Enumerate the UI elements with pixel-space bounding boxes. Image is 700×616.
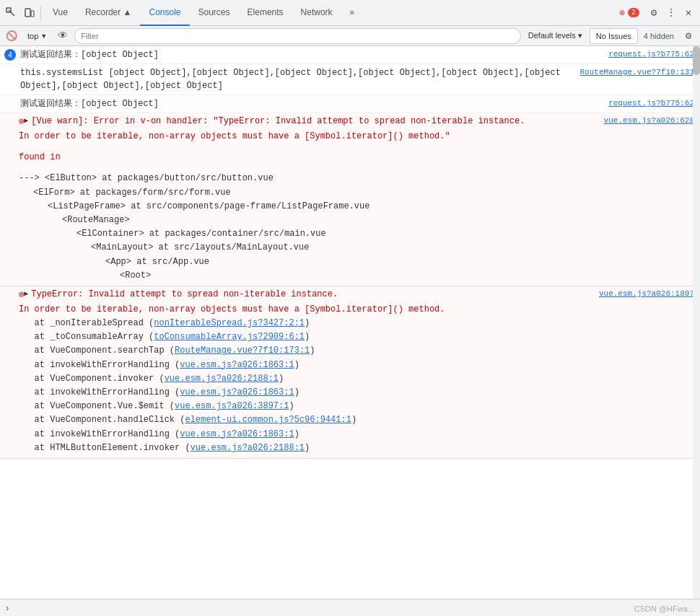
source-link-2[interactable]: RouteManage.vue?7f10:131 (580, 66, 694, 79)
log-entry-1: 4 request.js?b775:62 测试返回结果：[object Obje… (0, 46, 700, 64)
error-stack2-2: at VueComponent.searchTap (RouteManage.v… (19, 344, 694, 358)
error-body-1: In order to be iterable, non-array objec… (0, 128, 700, 286)
hidden-count-label: 4 hidden (641, 32, 677, 40)
watermark: CSDN @HFwa... (634, 604, 694, 613)
error-header-1: ⊗ ▶ [Vue warn]: Error in v-on handler: "… (0, 113, 700, 128)
tab-console[interactable]: Console (140, 0, 189, 26)
error-stack-6: <App> at src/App.vue (19, 255, 694, 269)
stack2-link-9[interactable]: vue.esm.js?a026:2188:1 (191, 443, 305, 453)
log-text-3: 测试返回结果：[object Object] (20, 99, 159, 109)
error-body-2: In order to be iterable, non-array objec… (0, 302, 700, 458)
error-source-1[interactable]: vue.esm.js?a026:628 (604, 116, 694, 125)
divider1 (40, 6, 41, 20)
tab-elements[interactable]: Elements (239, 0, 292, 26)
error-header-2: ⊗ ▶ TypeError: Invalid attempt to spread… (0, 286, 700, 302)
no-issues-btn[interactable]: No Issues (590, 28, 638, 44)
stack2-link-4[interactable]: vue.esm.js?a026:2188:1 (165, 374, 279, 384)
more-options-icon[interactable]: ⋮ (662, 4, 680, 22)
error-icon-2: ⊗ (19, 289, 24, 300)
tab-vue[interactable]: Vue (44, 0, 76, 26)
console-output: 4 request.js?b775:62 测试返回结果：[object Obje… (0, 46, 700, 599)
error-stack2-4: at VueComponent.invoker (vue.esm.js?a026… (19, 372, 694, 386)
error-circle-icon: ⊗ (619, 7, 625, 19)
error-stack2-7: at VueComponent.handleClick (element-ui.… (19, 413, 694, 427)
source-link-3[interactable]: request.js?b775:62 (608, 97, 694, 110)
eye-icon[interactable]: 👁 (54, 27, 71, 45)
log-entry-3: request.js?b775:62 测试返回结果：[object Object… (0, 95, 700, 113)
console-toolbar: 🚫 top ▼ 👁 Default levels ▾ No Issues 4 h… (0, 26, 700, 46)
error-badge-container[interactable]: ⊗ 2 (619, 7, 639, 19)
error-stack2-6: at VueComponent.Vue.$emit (vue.esm.js?a0… (19, 400, 694, 413)
stack2-link-1[interactable]: toConsumableArray.js?2909:6:1 (154, 332, 305, 342)
tab-network[interactable]: Network (292, 0, 341, 26)
stack2-link-2[interactable]: RouteManage.vue?7f10:173:1 (175, 346, 310, 356)
log-entry-2: RouteManage.vue?7f10:131 this.systemsLis… (0, 64, 700, 95)
svg-line-1 (9, 10, 14, 16)
error-spacer-1 (19, 144, 694, 151)
stack2-link-3[interactable]: vue.esm.js?a026:1863:1 (180, 360, 294, 370)
error-stack-2: <ListPageFrame> at src/components/page-f… (19, 200, 694, 214)
scrollbar-track[interactable] (693, 46, 700, 599)
svg-rect-2 (25, 9, 30, 17)
error-stack-0: ---> <ElButton> at packages/button/src/b… (19, 172, 694, 185)
repeat-count: 4 (4, 49, 16, 61)
device-icon[interactable] (20, 4, 38, 22)
error-stack-5: <MainLayout> at src/layouts/MainLayout.v… (19, 241, 694, 255)
error-stack2-5: at invokeWithErrorHandling (vue.esm.js?a… (19, 386, 694, 400)
top-level-btn[interactable]: top ▼ (23, 28, 51, 44)
error-icon-1: ⊗ (19, 116, 24, 127)
stack2-link-8[interactable]: vue.esm.js?a026:1863:1 (180, 429, 294, 439)
tab-more[interactable]: » (341, 0, 364, 26)
error-stack2-1: at _toConsumableArray (toConsumableArray… (19, 330, 694, 344)
close-icon[interactable]: ✕ (680, 4, 697, 22)
prompt-icon: › (6, 602, 9, 613)
error-stack-7: <Root> (19, 269, 694, 283)
clear-console-icon[interactable]: 🚫 (3, 27, 20, 45)
error-block-2: ⊗ ▶ TypeError: Invalid attempt to spread… (0, 286, 700, 459)
error-block-1: ⊗ ▶ [Vue warn]: Error in v-on handler: "… (0, 113, 700, 286)
stack2-link-5[interactable]: vue.esm.js?a026:1863:1 (180, 387, 294, 397)
error-stack2-0: at _nonIterableSpread (nonIterableSpread… (19, 317, 694, 330)
log-text-2: this.systemsList [object Object],[object… (20, 68, 561, 91)
level-arrow-icon: ▼ (40, 32, 47, 40)
filter-input[interactable] (74, 28, 521, 44)
console-settings-icon[interactable]: ⚙ (680, 27, 697, 45)
error-found-1: found in (19, 151, 694, 164)
devtools-toolbar: Vue Recorder ▲ Console Sources Elements … (0, 0, 700, 26)
status-bar: › (0, 599, 700, 616)
error-stack-3: <RouteManage> (19, 214, 694, 227)
tab-recorder[interactable]: Recorder ▲ (76, 0, 141, 26)
tab-sources[interactable]: Sources (190, 0, 239, 26)
expand-triangle-2[interactable]: ▶ (24, 289, 28, 298)
stack2-link-6[interactable]: vue.esm.js?a026:3897:1 (175, 401, 289, 411)
log-text-1: 测试返回结果：[object Object] (20, 50, 159, 60)
error-stack2-9: at HTMLButtonElement.invoker (vue.esm.js… (19, 441, 694, 455)
error-message-2: TypeError: Invalid attempt to spread non… (31, 289, 338, 299)
stack2-link-0[interactable]: nonIterableSpread.js?3427:2:1 (154, 318, 305, 328)
error-line2-2: In order to be iterable, non-array objec… (19, 303, 694, 317)
inspect-icon[interactable] (3, 4, 20, 22)
console-input[interactable] (14, 603, 694, 613)
default-levels-btn[interactable]: Default levels ▾ (524, 28, 587, 44)
error-count-badge: 2 (628, 8, 639, 17)
stack2-link-7[interactable]: element-ui.common.js?5c96:9441:1 (185, 415, 351, 425)
svg-rect-3 (31, 11, 34, 17)
error-stack2-3: at invokeWithErrorHandling (vue.esm.js?a… (19, 358, 694, 372)
scrollbar-thumb[interactable] (693, 46, 700, 75)
error-stack2-8: at invokeWithErrorHandling (vue.esm.js?a… (19, 428, 694, 441)
error-message-1: [Vue warn]: Error in v-on handler: "Type… (31, 116, 525, 126)
settings-icon[interactable]: ⚙ (645, 4, 662, 22)
error-spacer-2 (19, 164, 694, 172)
error-stack-4: <ElContainer> at packages/container/src/… (19, 227, 694, 241)
expand-triangle-1[interactable]: ▶ (24, 116, 28, 125)
error-line2-1: In order to be iterable, non-array objec… (19, 130, 694, 144)
error-stack-1: <ElForm> at packages/form/src/form.vue (19, 186, 694, 200)
error-source-2[interactable]: vue.esm.js?a026:1897 (599, 289, 694, 298)
source-link-1[interactable]: request.js?b775:62 (608, 48, 694, 61)
